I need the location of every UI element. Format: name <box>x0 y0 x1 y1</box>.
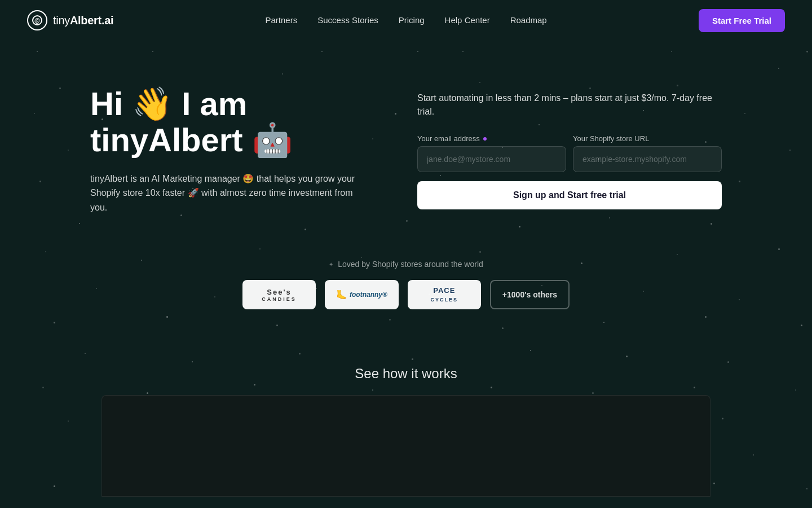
pace-cycles-logo: PACECYCLES <box>408 280 481 309</box>
shopify-url-input[interactable] <box>573 146 722 172</box>
svg-text:@: @ <box>34 17 40 24</box>
required-dot <box>483 137 487 141</box>
footnanny-logo: 🦶 footnanny® <box>325 280 399 309</box>
hero-subtext: tinyAlbert is an AI Marketing manager 🤩 … <box>90 172 361 215</box>
signup-button[interactable]: Sign up and Start free trial <box>417 181 722 209</box>
how-it-works-section: See how it works <box>0 332 812 508</box>
email-form-group: Your email address <box>417 134 566 172</box>
logo: @ tinyAlbert.ai <box>27 10 113 30</box>
video-placeholder <box>102 395 710 497</box>
hero-section: Hi 👋 I am tinyAlbert 🤖 tinyAlbert is an … <box>0 41 812 248</box>
email-label: Your email address <box>417 134 566 143</box>
nav-item-help-center[interactable]: Help Center <box>445 15 490 25</box>
email-input[interactable] <box>417 146 566 172</box>
shopify-url-form-group: Your Shopify store URL <box>573 134 722 172</box>
how-it-works-title: See how it works <box>0 366 812 382</box>
sees-candies-logo: See's CANDIES <box>242 280 316 309</box>
nav-item-partners[interactable]: Partners <box>266 15 298 25</box>
hero-heading: Hi 👋 I am tinyAlbert 🤖 <box>90 86 383 158</box>
loved-by-section: Loved by Shopify stores around the world… <box>0 248 812 332</box>
nav-item-success-stories[interactable]: Success Stories <box>317 15 378 25</box>
nav-item-roadmap[interactable]: Roadmap <box>510 15 547 25</box>
logo-text: tinyAlbert.ai <box>53 14 113 27</box>
start-free-trial-button[interactable]: Start Free Trial <box>699 9 785 32</box>
navbar: @ tinyAlbert.ai Partners Success Stories… <box>0 0 812 41</box>
logo-icon: @ <box>27 10 47 30</box>
hero-left: Hi 👋 I am tinyAlbert 🤖 tinyAlbert is an … <box>90 86 383 214</box>
hero-tagline: Start automating in less than 2 mins – p… <box>417 91 722 119</box>
loved-label: Loved by Shopify stores around the world <box>0 260 812 269</box>
nav-item-pricing[interactable]: Pricing <box>399 15 425 25</box>
hero-right: Start automating in less than 2 mins – p… <box>417 91 722 209</box>
nav-links: Partners Success Stories Pricing Help Ce… <box>266 15 547 25</box>
signup-form-row: Your email address Your Shopify store UR… <box>417 134 722 172</box>
brand-logos: See's CANDIES 🦶 footnanny® PACECYCLES +1… <box>0 280 812 309</box>
others-badge[interactable]: +1000's others <box>490 280 570 309</box>
shopify-url-label: Your Shopify store URL <box>573 134 722 143</box>
